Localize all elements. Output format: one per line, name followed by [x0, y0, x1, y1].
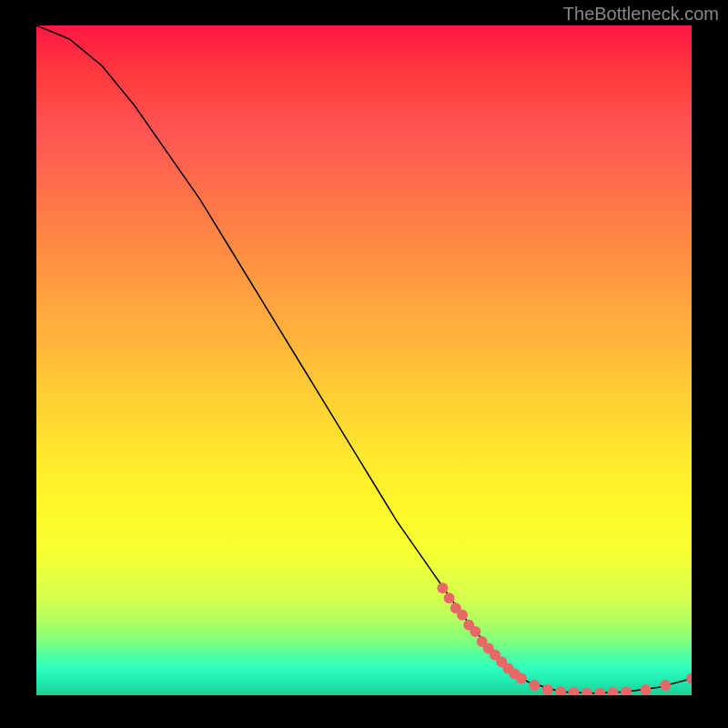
chart-plot-area [36, 25, 692, 695]
data-point [516, 673, 527, 684]
data-point [457, 610, 468, 621]
data-point [641, 684, 652, 695]
data-point [542, 684, 553, 695]
data-markers [437, 582, 692, 695]
data-point [555, 686, 566, 695]
data-point [437, 582, 448, 593]
data-point [608, 687, 619, 695]
chart-svg [36, 25, 692, 695]
data-point [686, 673, 692, 684]
data-point [568, 687, 579, 695]
data-point [594, 688, 605, 695]
data-point [660, 680, 671, 691]
data-point [529, 680, 540, 691]
data-point [470, 626, 480, 637]
bottleneck-curve [36, 25, 692, 693]
data-point [621, 686, 632, 695]
data-point [581, 688, 592, 695]
data-point [444, 592, 455, 603]
attribution-text: TheBottleneck.com [563, 4, 719, 25]
